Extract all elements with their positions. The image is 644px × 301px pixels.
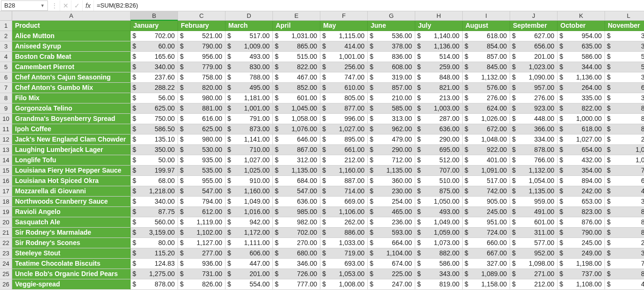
data-cell[interactable]: $1,115.00 xyxy=(320,31,368,41)
data-cell[interactable]: $714.00 xyxy=(320,186,368,197)
data-cell[interactable]: $521.00 xyxy=(178,31,225,41)
fx-icon[interactable]: fx xyxy=(83,0,94,11)
data-cell[interactable]: $646.00 xyxy=(273,135,320,145)
formula-input[interactable]: =SUM(B2:B26) xyxy=(94,2,644,9)
data-cell[interactable]: $1,031.00 xyxy=(273,31,320,41)
data-cell[interactable]: $1,016.00 xyxy=(225,207,273,217)
row-header[interactable]: 4 xyxy=(0,52,12,62)
data-cell[interactable]: $1,098.00 xyxy=(510,259,558,269)
data-cell[interactable]: $350.00 xyxy=(131,145,178,155)
data-cell[interactable]: $124.83 xyxy=(131,259,178,269)
data-cell[interactable]: $877.00 xyxy=(320,103,368,114)
data-cell[interactable]: $414.00 xyxy=(320,41,368,52)
data-cell[interactable]: $287.00 xyxy=(415,114,463,124)
product-cell[interactable]: Sir Rodney's Marmalade xyxy=(12,228,131,238)
data-cell[interactable]: $894.00 xyxy=(558,176,605,186)
product-cell[interactable]: Veggie-spread xyxy=(12,279,131,290)
data-cell[interactable]: $1,023.00 xyxy=(510,62,558,72)
product-cell[interactable]: Teatime Chocolate Biscuits xyxy=(12,259,131,269)
data-cell[interactable]: $515.00 xyxy=(273,52,320,62)
data-cell[interactable]: $702.00 xyxy=(131,31,178,41)
data-cell[interactable]: $1,127.00 xyxy=(178,238,225,248)
row-header[interactable]: 26 xyxy=(0,279,12,290)
data-cell[interactable]: $1,106.00 xyxy=(320,207,368,217)
data-cell[interactable]: $878.00 xyxy=(131,279,178,290)
data-cell[interactable]: $834 xyxy=(605,269,644,279)
data-cell[interactable]: $890 xyxy=(605,207,644,217)
header-month[interactable]: November xyxy=(605,21,644,31)
data-cell[interactable]: $310 xyxy=(605,41,644,52)
data-cell[interactable]: $1,104.00 xyxy=(368,248,415,259)
product-cell[interactable]: Mozzarella di Giovanni xyxy=(12,186,131,197)
product-cell[interactable]: Sir Rodney's Scones xyxy=(12,238,131,248)
data-cell[interactable]: $1,181.00 xyxy=(225,93,273,103)
column-header[interactable]: K xyxy=(558,11,605,21)
data-cell[interactable]: $366.00 xyxy=(510,124,558,135)
data-cell[interactable]: $882.00 xyxy=(415,248,463,259)
data-cell[interactable]: $1,027.00 xyxy=(558,135,605,145)
data-cell[interactable]: $854 xyxy=(605,228,644,238)
data-cell[interactable]: $479.00 xyxy=(368,135,415,145)
row-header[interactable]: 23 xyxy=(0,248,12,259)
name-box[interactable]: B28 ▼ xyxy=(1,0,48,11)
data-cell[interactable]: $610.00 xyxy=(320,83,368,93)
data-cell[interactable]: $276.00 xyxy=(463,93,510,103)
data-cell[interactable]: $608.00 xyxy=(368,62,415,72)
data-cell[interactable]: $473 xyxy=(605,186,644,197)
data-cell[interactable]: $1,135.00 xyxy=(510,186,558,197)
data-cell[interactable]: $448.00 xyxy=(510,114,558,124)
data-cell[interactable]: $820.00 xyxy=(178,83,225,93)
data-cell[interactable]: $351 xyxy=(605,197,644,207)
product-cell[interactable]: Camembert Pierrot xyxy=(12,62,131,72)
data-cell[interactable]: $624.00 xyxy=(463,103,510,114)
data-cell[interactable]: $847 xyxy=(605,217,644,228)
data-cell[interactable]: $654.00 xyxy=(558,145,605,155)
data-cell[interactable]: $1,009.00 xyxy=(225,41,273,52)
data-cell[interactable]: $1,136.00 xyxy=(558,72,605,83)
data-cell[interactable]: $1,058.00 xyxy=(273,114,320,124)
expand-button[interactable]: ⋮ xyxy=(49,0,60,11)
data-cell[interactable]: $165.60 xyxy=(131,52,178,62)
data-cell[interactable]: $878.00 xyxy=(510,145,558,155)
data-cell[interactable]: $1,050.00 xyxy=(415,197,463,207)
data-cell[interactable]: $672.00 xyxy=(463,124,510,135)
data-cell[interactable]: $270.00 xyxy=(273,238,320,248)
data-cell[interactable]: $935.00 xyxy=(178,155,225,166)
header-month[interactable]: July xyxy=(415,21,463,31)
data-cell[interactable]: $247.00 xyxy=(368,279,415,290)
data-cell[interactable]: $1,141.00 xyxy=(225,135,273,145)
data-cell[interactable]: $1,132.00 xyxy=(463,72,510,83)
data-cell[interactable]: $618.00 xyxy=(463,31,510,41)
data-cell[interactable]: $577.00 xyxy=(510,238,558,248)
row-header[interactable]: 5 xyxy=(0,62,12,72)
row-header[interactable]: 13 xyxy=(0,145,12,155)
header-month[interactable]: January xyxy=(131,21,178,31)
data-cell[interactable]: $547.00 xyxy=(178,186,225,197)
data-cell[interactable]: $334.00 xyxy=(510,135,558,145)
data-cell[interactable]: $910.00 xyxy=(225,176,273,186)
column-header[interactable]: F xyxy=(320,11,368,21)
data-cell[interactable]: $290.00 xyxy=(415,135,463,145)
data-cell[interactable]: $256.00 xyxy=(320,62,368,72)
data-cell[interactable]: $656.00 xyxy=(510,41,558,52)
data-cell[interactable]: $680.00 xyxy=(273,248,320,259)
product-cell[interactable]: Boston Crab Meat xyxy=(12,52,131,62)
data-cell[interactable]: $618.00 xyxy=(558,124,605,135)
data-cell[interactable]: $212.00 xyxy=(510,279,558,290)
data-cell[interactable]: $586.00 xyxy=(558,52,605,62)
column-header[interactable]: G xyxy=(368,11,415,21)
product-cell[interactable]: Filo Mix xyxy=(12,93,131,103)
data-cell[interactable]: $702.00 xyxy=(273,228,320,238)
data-cell[interactable]: $985.00 xyxy=(273,207,320,217)
column-header[interactable]: E xyxy=(273,11,320,21)
row-header[interactable]: 14 xyxy=(0,155,12,166)
data-cell[interactable]: $354.00 xyxy=(558,166,605,176)
data-cell[interactable]: $876.00 xyxy=(558,217,605,228)
header-month[interactable]: August xyxy=(463,21,510,31)
data-cell[interactable]: $1,172.00 xyxy=(225,228,273,238)
data-cell[interactable]: $560.00 xyxy=(131,217,178,228)
data-cell[interactable]: $327.00 xyxy=(463,259,510,269)
header-product[interactable]: Product xyxy=(12,21,131,31)
data-cell[interactable]: $1,049.00 xyxy=(225,197,273,207)
data-cell[interactable]: $957.00 xyxy=(510,83,558,93)
